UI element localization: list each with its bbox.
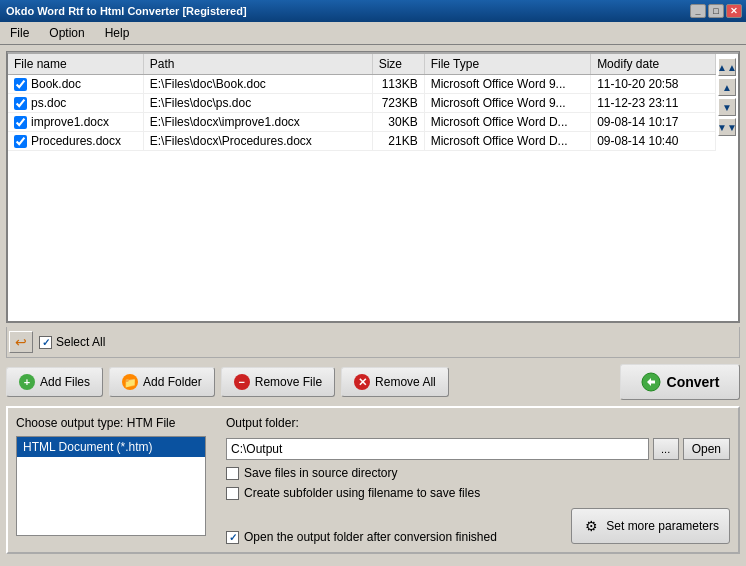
cell-type: Microsoft Office Word 9... — [424, 94, 590, 113]
select-all-text: Select All — [56, 335, 105, 349]
bottom-panel: Choose output type: HTM File HTML Docume… — [6, 406, 740, 554]
menu-option[interactable]: Option — [45, 25, 88, 41]
file-list-container: File name Path Size File Type Modify dat… — [7, 52, 739, 322]
table-row[interactable]: improve1.docx E:\Files\docx\improve1.doc… — [8, 113, 716, 132]
open-after-row: Open the output folder after conversion … — [226, 530, 565, 544]
remove-all-icon: ✕ — [354, 374, 370, 390]
output-folder-row: ... Open — [226, 438, 730, 460]
add-files-button[interactable]: + Add Files — [6, 367, 103, 397]
output-folder-input[interactable] — [226, 438, 649, 460]
cell-date: 11-10-20 20:58 — [591, 75, 716, 94]
params-bottom-row: Open the output folder after conversion … — [226, 508, 730, 544]
back-button[interactable]: ↩ — [9, 331, 33, 353]
save-source-row: Save files in source directory — [226, 466, 730, 480]
cell-date: 09-08-14 10:17 — [591, 113, 716, 132]
save-source-checkbox[interactable] — [226, 467, 239, 480]
file-checkbox[interactable] — [14, 135, 27, 148]
buttons-row: + Add Files 📁 Add Folder − Remove File ✕… — [6, 362, 740, 402]
create-subfolder-label: Create subfolder using filename to save … — [244, 486, 480, 500]
menu-bar: File Option Help — [0, 22, 746, 45]
cell-type: Microsoft Office Word D... — [424, 132, 590, 151]
file-checkbox[interactable] — [14, 97, 27, 110]
file-checkbox[interactable] — [14, 78, 27, 91]
remove-file-button[interactable]: − Remove File — [221, 367, 335, 397]
col-header-date: Modify date — [591, 54, 716, 75]
output-type-item-htm[interactable]: HTML Document (*.htm) — [17, 437, 205, 457]
menu-help[interactable]: Help — [101, 25, 134, 41]
cell-name: improve1.docx — [8, 113, 143, 132]
add-folder-button[interactable]: 📁 Add Folder — [109, 367, 215, 397]
remove-all-button[interactable]: ✕ Remove All — [341, 367, 449, 397]
output-type-value: HTM File — [127, 416, 176, 430]
remove-icon: − — [234, 374, 250, 390]
cell-date: 11-12-23 23:11 — [591, 94, 716, 113]
table-row[interactable]: Book.doc E:\Files\doc\Book.doc 113KB Mic… — [8, 75, 716, 94]
col-header-size: Size — [372, 54, 424, 75]
cell-type: Microsoft Office Word D... — [424, 113, 590, 132]
scroll-buttons: ▲▲ ▲ ▼ ▼▼ — [716, 54, 738, 321]
convert-icon — [641, 372, 661, 392]
scroll-bottom-button[interactable]: ▼▼ — [718, 118, 736, 136]
cell-size: 113KB — [372, 75, 424, 94]
set-more-params-button[interactable]: ⚙ Set more parameters — [571, 508, 730, 544]
open-after-label: Open the output folder after conversion … — [244, 530, 497, 544]
convert-label: Convert — [667, 374, 720, 390]
cell-name: Book.doc — [8, 75, 143, 94]
cell-name: Procedures.docx — [8, 132, 143, 151]
table-row[interactable]: ps.doc E:\Files\doc\ps.doc 723KB Microso… — [8, 94, 716, 113]
cell-name: ps.doc — [8, 94, 143, 113]
title-bar: Okdo Word Rtf to Html Converter [Registe… — [0, 0, 746, 22]
create-subfolder-row: Create subfolder using filename to save … — [226, 486, 730, 500]
convert-button[interactable]: Convert — [620, 364, 740, 400]
output-type-section: Choose output type: HTM File HTML Docume… — [16, 416, 216, 544]
col-header-path: Path — [143, 54, 372, 75]
cell-path: E:\Files\docx\improve1.docx — [143, 113, 372, 132]
title-bar-buttons: _ □ ✕ — [690, 4, 742, 18]
add-icon: + — [19, 374, 35, 390]
select-all-checkbox[interactable] — [39, 336, 52, 349]
open-after-checkbox[interactable] — [226, 531, 239, 544]
output-type-label: Choose output type: HTM File — [16, 416, 216, 430]
scroll-top-button[interactable]: ▲▲ — [718, 58, 736, 76]
title-bar-text: Okdo Word Rtf to Html Converter [Registe… — [6, 5, 247, 17]
save-source-label: Save files in source directory — [244, 466, 397, 480]
menu-file[interactable]: File — [6, 25, 33, 41]
output-folder-label: Output folder: — [226, 416, 730, 430]
cell-size: 30KB — [372, 113, 424, 132]
col-header-name: File name — [8, 54, 143, 75]
cell-path: E:\Files\doc\ps.doc — [143, 94, 372, 113]
col-header-type: File Type — [424, 54, 590, 75]
folder-icon: 📁 — [122, 374, 138, 390]
maximize-button[interactable]: □ — [708, 4, 724, 18]
create-subfolder-checkbox[interactable] — [226, 487, 239, 500]
scroll-up-button[interactable]: ▲ — [718, 78, 736, 96]
file-table: File name Path Size File Type Modify dat… — [8, 54, 716, 321]
cell-path: E:\Files\doc\Book.doc — [143, 75, 372, 94]
output-folder-section: Output folder: ... Open Save files in so… — [226, 416, 730, 544]
close-button[interactable]: ✕ — [726, 4, 742, 18]
minimize-button[interactable]: _ — [690, 4, 706, 18]
file-list-panel: File name Path Size File Type Modify dat… — [6, 51, 740, 323]
gear-icon: ⚙ — [582, 517, 600, 535]
cell-size: 21KB — [372, 132, 424, 151]
set-more-params-label: Set more parameters — [606, 519, 719, 533]
select-all-row: ↩ Select All — [6, 327, 740, 358]
open-folder-button[interactable]: Open — [683, 438, 730, 460]
file-checkbox[interactable] — [14, 116, 27, 129]
cell-type: Microsoft Office Word 9... — [424, 75, 590, 94]
cell-size: 723KB — [372, 94, 424, 113]
select-all-label[interactable]: Select All — [39, 335, 105, 349]
main-content: File name Path Size File Type Modify dat… — [0, 45, 746, 560]
output-type-list[interactable]: HTML Document (*.htm) — [16, 436, 206, 536]
browse-button[interactable]: ... — [653, 438, 679, 460]
cell-path: E:\Files\docx\Procedures.docx — [143, 132, 372, 151]
cell-date: 09-08-14 10:40 — [591, 132, 716, 151]
table-row[interactable]: Procedures.docx E:\Files\docx\Procedures… — [8, 132, 716, 151]
scroll-down-button[interactable]: ▼ — [718, 98, 736, 116]
